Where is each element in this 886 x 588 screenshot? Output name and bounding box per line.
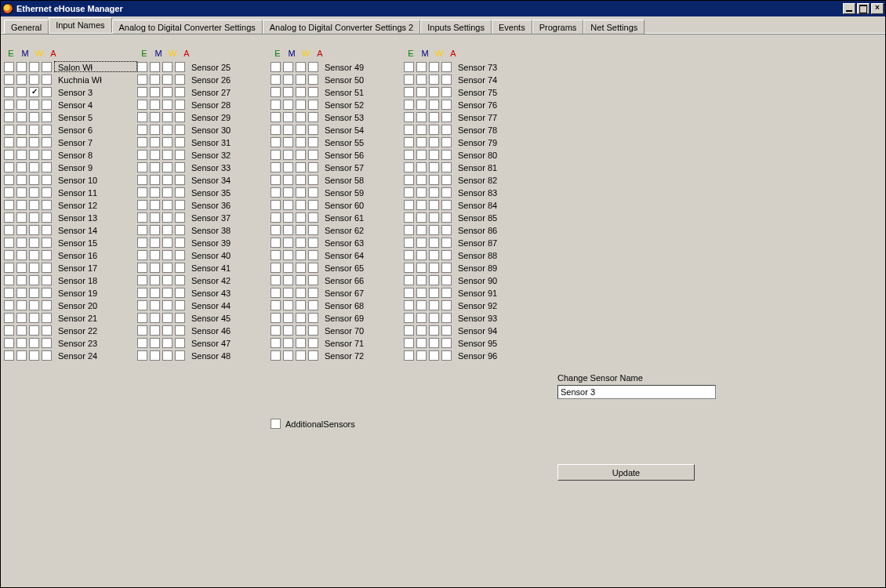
sensor-90-checkbox-e[interactable] [404,275,414,285]
sensor-53-checkbox-w[interactable] [296,112,306,122]
sensor-34-label[interactable]: Sensor 34 [187,174,271,185]
sensor-15-checkbox-m[interactable] [16,238,27,248]
sensor-12-checkbox-e[interactable] [4,200,14,210]
sensor-19-checkbox-m[interactable] [16,288,27,298]
sensor-79-checkbox-w[interactable] [429,137,439,147]
sensor-57-checkbox-m[interactable] [283,162,293,172]
tab-general[interactable]: General [4,20,49,34]
sensor-80-checkbox-a[interactable] [441,150,452,160]
sensor-61-label[interactable]: Sensor 61 [321,212,404,223]
sensor-94-checkbox-a[interactable] [441,325,452,336]
sensor-55-label[interactable]: Sensor 55 [321,136,404,147]
sensor-76-checkbox-a[interactable] [441,100,452,110]
sensor-40-checkbox-a[interactable] [175,250,185,260]
sensor-79-checkbox-e[interactable] [404,137,414,147]
sensor-52-checkbox-w[interactable] [296,100,306,110]
sensor-41-checkbox-m[interactable] [150,263,160,273]
sensor-85-checkbox-a[interactable] [441,212,452,223]
sensor-46-checkbox-w[interactable] [162,325,172,336]
sensor-69-checkbox-e[interactable] [271,313,281,323]
tab-input-names[interactable]: Input Names [49,17,111,33]
sensor-60-checkbox-e[interactable] [271,200,281,210]
sensor-95-checkbox-w[interactable] [429,338,439,348]
sensor-39-label[interactable]: Sensor 39 [187,237,271,248]
sensor-12-checkbox-w[interactable] [29,200,39,210]
sensor-41-checkbox-a[interactable] [175,263,185,273]
sensor-11-checkbox-m[interactable] [16,187,27,198]
sensor-10-checkbox-e[interactable] [4,175,14,185]
sensor-49-label[interactable]: Sensor 49 [321,61,404,72]
sensor-91-checkbox-e[interactable] [404,288,414,298]
sensor-46-label[interactable]: Sensor 46 [187,325,271,336]
sensor-86-checkbox-w[interactable] [429,225,439,235]
sensor-45-checkbox-a[interactable] [175,313,185,323]
sensor-41-checkbox-w[interactable] [162,263,172,273]
sensor-41-label[interactable]: Sensor 41 [187,262,271,273]
sensor-67-label[interactable]: Sensor 67 [321,287,404,298]
sensor-76-label[interactable]: Sensor 76 [454,99,537,110]
sensor-86-checkbox-e[interactable] [404,225,414,235]
sensor-29-checkbox-m[interactable] [150,112,160,122]
sensor-61-checkbox-m[interactable] [283,212,293,223]
sensor-49-checkbox-m[interactable] [283,62,293,72]
sensor-4-label[interactable]: Sensor 4 [54,99,137,110]
sensor-75-label[interactable]: Sensor 75 [454,86,537,97]
sensor-44-label[interactable]: Sensor 44 [187,299,271,310]
sensor-71-checkbox-w[interactable] [296,338,306,348]
sensor-54-checkbox-a[interactable] [308,125,318,135]
sensor-60-label[interactable]: Sensor 60 [321,199,404,210]
sensor-60-checkbox-w[interactable] [296,200,306,210]
sensor-79-label[interactable]: Sensor 79 [454,136,537,147]
sensor-19-checkbox-e[interactable] [4,288,14,298]
sensor-14-checkbox-e[interactable] [4,225,14,235]
sensor-35-checkbox-e[interactable] [137,187,147,198]
sensor-37-checkbox-m[interactable] [150,212,160,223]
sensor-71-checkbox-m[interactable] [283,338,293,348]
sensor-21-checkbox-m[interactable] [16,313,27,323]
sensor-94-checkbox-e[interactable] [404,325,414,336]
sensor-81-checkbox-w[interactable] [429,162,439,172]
sensor-54-checkbox-w[interactable] [296,125,306,135]
sensor-10-checkbox-m[interactable] [16,175,27,185]
sensor-1-label[interactable]: Salon Wł [54,61,137,72]
sensor-94-label[interactable]: Sensor 94 [454,325,537,336]
sensor-55-checkbox-a[interactable] [308,137,318,147]
sensor-7-checkbox-e[interactable] [4,137,14,147]
sensor-67-checkbox-e[interactable] [271,288,281,298]
sensor-61-checkbox-a[interactable] [308,212,318,223]
sensor-38-checkbox-m[interactable] [150,225,160,235]
sensor-20-checkbox-a[interactable] [42,300,52,310]
sensor-62-checkbox-e[interactable] [271,225,281,235]
sensor-24-checkbox-w[interactable] [29,350,39,361]
sensor-19-checkbox-a[interactable] [42,288,52,298]
sensor-75-checkbox-a[interactable] [441,87,452,97]
sensor-93-checkbox-m[interactable] [416,313,427,323]
minimize-button[interactable] [843,3,855,14]
sensor-95-checkbox-a[interactable] [441,338,452,348]
maximize-button[interactable] [857,3,870,14]
sensor-6-checkbox-a[interactable] [42,125,52,135]
sensor-89-checkbox-w[interactable] [429,263,439,273]
sensor-90-checkbox-w[interactable] [429,275,439,285]
sensor-44-checkbox-w[interactable] [162,300,172,310]
tab-analog-to-digital-converter-settings-2[interactable]: Analog to Digital Converter Settings 2 [263,20,420,34]
sensor-87-checkbox-e[interactable] [404,238,414,248]
sensor-78-checkbox-m[interactable] [416,125,427,135]
sensor-34-checkbox-m[interactable] [150,175,160,185]
sensor-70-label[interactable]: Sensor 70 [321,325,404,336]
sensor-2-checkbox-a[interactable] [42,74,52,85]
sensor-72-checkbox-m[interactable] [283,350,293,361]
sensor-87-checkbox-m[interactable] [416,238,427,248]
sensor-1-checkbox-e[interactable] [4,62,14,72]
sensor-82-checkbox-a[interactable] [441,175,452,185]
sensor-25-checkbox-w[interactable] [162,62,172,72]
sensor-22-checkbox-m[interactable] [16,325,27,336]
sensor-28-label[interactable]: Sensor 28 [187,99,271,110]
sensor-72-checkbox-a[interactable] [308,350,318,361]
sensor-64-checkbox-w[interactable] [296,250,306,260]
sensor-30-label[interactable]: Sensor 30 [187,124,271,135]
sensor-84-checkbox-w[interactable] [429,200,439,210]
sensor-48-checkbox-w[interactable] [162,350,172,361]
sensor-53-label[interactable]: Sensor 53 [321,111,404,122]
sensor-35-checkbox-m[interactable] [150,187,160,198]
